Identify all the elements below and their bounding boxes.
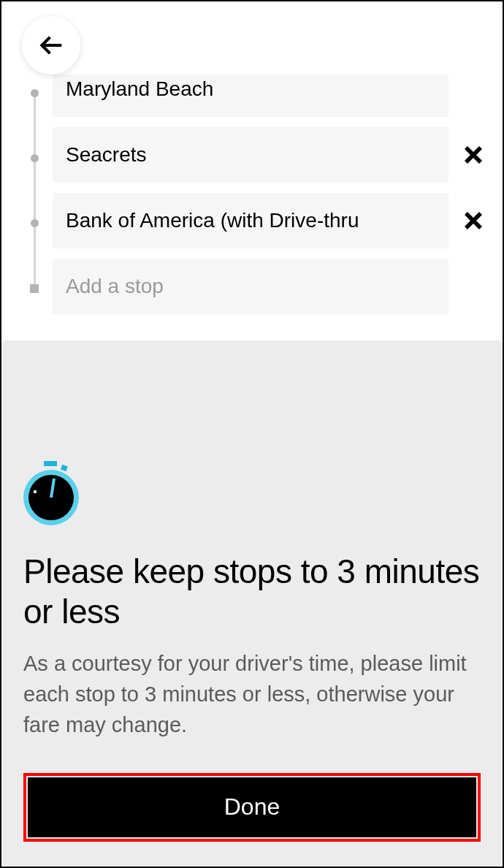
stop-input[interactable]: Bank of America (with Drive-thru xyxy=(53,193,448,248)
add-stop-row: Add a stop xyxy=(53,259,488,314)
add-stop-input[interactable]: Add a stop xyxy=(53,259,448,314)
info-headline: Please keep stops to 3 minutes or less xyxy=(23,552,481,632)
timeline-dot xyxy=(31,219,39,227)
svg-rect-6 xyxy=(61,465,68,471)
svg-rect-5 xyxy=(44,461,57,466)
timeline-end-square xyxy=(30,284,39,293)
info-panel: Please keep stops to 3 minutes or less A… xyxy=(3,340,501,867)
info-subtext: As a courtesy for your driver's time, pl… xyxy=(23,648,481,740)
svg-point-9 xyxy=(34,490,37,493)
timeline-dot xyxy=(31,89,39,97)
remove-stop-button[interactable] xyxy=(459,206,488,235)
stopwatch-icon xyxy=(23,461,80,527)
close-icon xyxy=(462,144,484,166)
stop-row: Seacrets xyxy=(53,127,488,183)
route-timeline xyxy=(16,61,53,314)
done-button[interactable]: Done xyxy=(28,777,476,837)
arrow-left-icon xyxy=(37,31,65,59)
close-icon xyxy=(462,210,484,232)
stop-row: Bank of America (with Drive-thru xyxy=(53,193,488,248)
done-button-highlight: Done xyxy=(23,773,481,842)
timeline-dot xyxy=(31,154,39,162)
stop-input[interactable]: Seacrets xyxy=(53,127,448,183)
remove-stop-button[interactable] xyxy=(459,140,488,170)
back-button[interactable] xyxy=(22,16,80,75)
